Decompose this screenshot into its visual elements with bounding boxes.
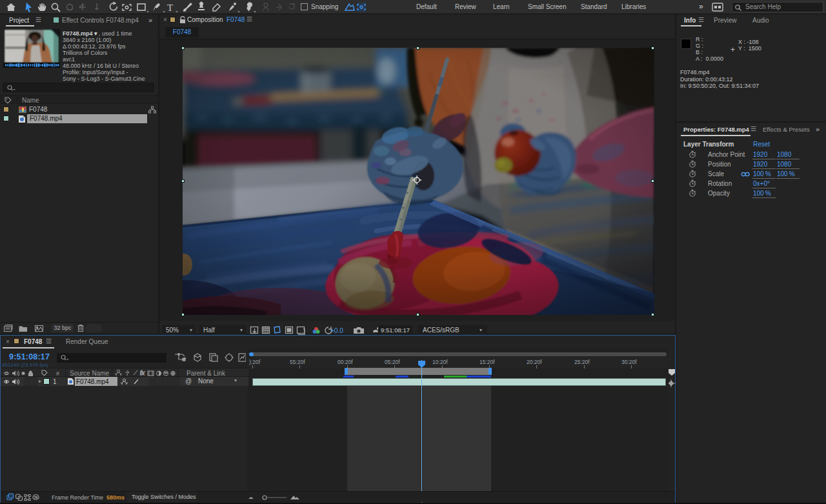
svg-text:T: T <box>167 3 173 13</box>
svg-text:#: # <box>56 370 59 377</box>
svg-text:fx: fx <box>140 370 145 376</box>
